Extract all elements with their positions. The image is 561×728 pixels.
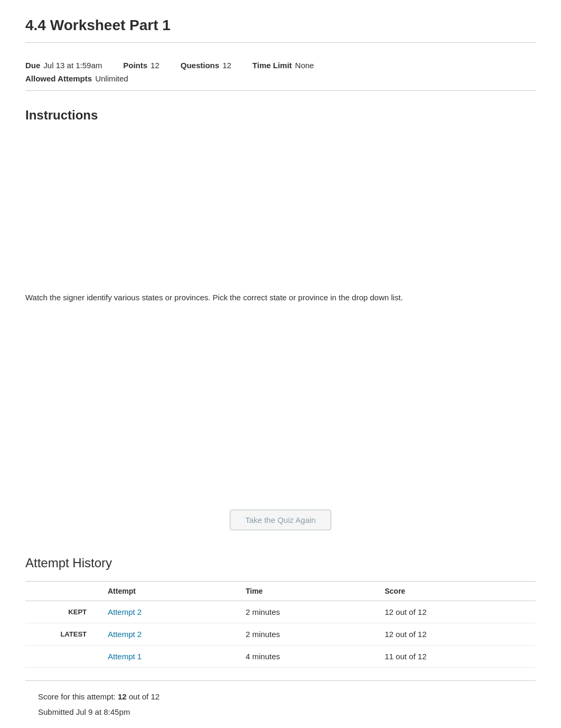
allowed-attempts-label: Allowed Attempts [25, 74, 92, 83]
table-row: KEPTAttempt 22 minutes12 out of 12 [25, 601, 536, 623]
instructions-body: Watch the signer identify various states… [25, 292, 536, 304]
due-meta: Due Jul 13 at 1:59am [25, 61, 102, 70]
time-limit-meta: Time Limit None [253, 61, 314, 70]
points-label: Points [123, 61, 147, 70]
attempt-row-label: LATEST [25, 623, 99, 646]
col-header-attempt: Attempt [99, 582, 237, 601]
attempt-history-section: Attempt History Attempt Time Score KEPTA… [25, 556, 536, 668]
attempt-row-attempt[interactable]: Attempt 2 [99, 601, 237, 623]
time-limit-label: Time Limit [253, 61, 292, 70]
col-header-time: Time [237, 582, 376, 601]
attempt-link[interactable]: Attempt 2 [108, 630, 142, 639]
attempt-history-title: Attempt History [25, 556, 536, 570]
allowed-attempts-meta: Allowed Attempts Unlimited [25, 74, 314, 83]
score-prefix: Score for this attempt: [38, 692, 118, 701]
instructions-content: Watch the signer identify various states… [25, 292, 536, 493]
attempt-row-score: 11 out of 12 [376, 646, 536, 668]
table-row: Attempt 14 minutes11 out of 12 [25, 646, 536, 668]
quiz-again-container: Take the Quiz Again [25, 510, 536, 530]
instructions-title: Instructions [25, 108, 536, 123]
page-title: 4.4 Worksheet Part 1 [25, 17, 536, 43]
score-bold: 12 [118, 692, 127, 701]
attempt-link[interactable]: Attempt 2 [108, 607, 142, 616]
attempt-row-label [25, 646, 99, 668]
col-header-empty [25, 582, 99, 601]
points-meta: Points 12 [123, 61, 160, 70]
table-header-row: Attempt Time Score [25, 582, 536, 601]
time-limit-value: None [295, 61, 314, 70]
attempt-row-score: 12 out of 12 [376, 623, 536, 646]
table-row: LATESTAttempt 22 minutes12 out of 12 [25, 623, 536, 646]
questions-value: 12 [222, 61, 231, 70]
score-summary: Score for this attempt: 12 out of 12 Sub… [25, 680, 536, 728]
attempt-row-attempt[interactable]: Attempt 2 [99, 623, 237, 646]
due-label: Due [25, 61, 40, 70]
allowed-attempts-value: Unlimited [95, 74, 128, 83]
questions-meta: Questions 12 [181, 61, 231, 70]
col-header-score: Score [376, 582, 536, 601]
attempt-row-label: KEPT [25, 601, 99, 623]
points-value: 12 [151, 61, 160, 70]
questions-label: Questions [181, 61, 219, 70]
quiz-meta-rows: Due Jul 13 at 1:59am Points 12 Questions… [25, 61, 314, 83]
submitted-line: Submitted Jul 9 at 8:45pm [38, 705, 523, 720]
attempt-row-attempt[interactable]: Attempt 1 [99, 646, 237, 668]
due-value: Jul 13 at 1:59am [43, 61, 102, 70]
attempt-history-table: Attempt Time Score KEPTAttempt 22 minute… [25, 581, 536, 668]
attempt-row-time: 2 minutes [237, 601, 376, 623]
attempt-row-time: 4 minutes [237, 646, 376, 668]
score-line: Score for this attempt: 12 out of 12 [38, 689, 523, 705]
instructions-section: Instructions Watch the signer identify v… [25, 108, 536, 493]
quiz-meta: Due Jul 13 at 1:59am Points 12 Questions… [25, 53, 536, 91]
attempt-row-time: 2 minutes [237, 623, 376, 646]
attempt-link[interactable]: Attempt 1 [108, 652, 142, 661]
score-suffix: out of 12 [127, 692, 160, 701]
take-quiz-again-button[interactable]: Take the Quiz Again [230, 510, 331, 530]
attempt-row-score: 12 out of 12 [376, 601, 536, 623]
